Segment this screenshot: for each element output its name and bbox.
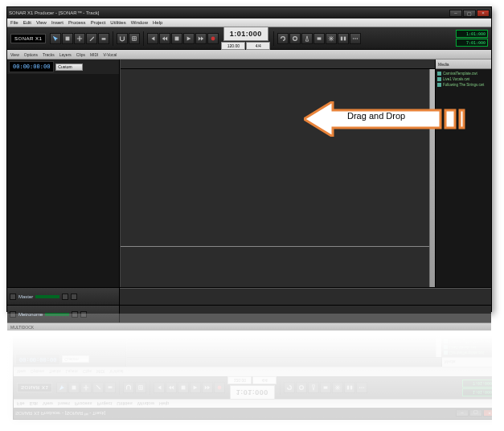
menu-edit[interactable]: Edit (30, 401, 38, 406)
expand-icon[interactable] (10, 293, 16, 300)
subtab-midi[interactable]: MIDI (96, 370, 105, 375)
mixdown-button[interactable] (313, 33, 325, 44)
clips-pane[interactable] (126, 314, 441, 367)
subtab-options[interactable]: Options (31, 370, 44, 375)
media-item[interactable]: Following The Strings.cwt (437, 83, 490, 87)
snap-button[interactable] (123, 383, 134, 394)
clips-pane[interactable] (120, 60, 435, 287)
play-button[interactable] (190, 383, 201, 394)
views-button[interactable] (344, 383, 355, 394)
menu-window[interactable]: Window (131, 20, 148, 25)
media-item[interactable]: Live1 Vocals.cwt (444, 345, 492, 349)
bus-header-master[interactable]: Master (7, 288, 120, 305)
select-tool-button[interactable] (68, 383, 80, 394)
move-tool-button[interactable] (74, 33, 85, 44)
menu-view[interactable]: View (43, 401, 53, 406)
loop-button[interactable] (284, 383, 295, 394)
metronome-button[interactable] (308, 383, 319, 394)
solo-button[interactable] (71, 293, 77, 300)
subtab-clips[interactable]: Clips (83, 370, 92, 375)
media-header[interactable]: Media (442, 357, 492, 367)
media-item[interactable]: CarnivalTemplate.cwt (444, 351, 492, 355)
subtab-layers[interactable]: Layers (66, 370, 78, 375)
bus-lane[interactable] (120, 288, 491, 305)
timecode-display[interactable]: 1:01:000 (230, 385, 275, 400)
draw-tool-button[interactable] (92, 383, 104, 394)
subtab-clips[interactable]: Clips (76, 52, 85, 57)
timeline-ruler[interactable] (121, 60, 435, 69)
rewind-button[interactable] (159, 33, 170, 44)
menu-view[interactable]: View (36, 20, 47, 25)
track-counter[interactable]: 00:00:00:00 (9, 61, 54, 72)
subtab-vvocal[interactable]: V-Vocal (104, 52, 117, 57)
meter-display[interactable]: 4/4 (252, 376, 277, 384)
menu-help[interactable]: Help (159, 401, 169, 406)
close-button[interactable]: × (483, 410, 492, 417)
smart-tool-button[interactable] (50, 33, 61, 44)
menu-window[interactable]: Window (137, 401, 154, 406)
track-list-empty[interactable] (14, 314, 125, 352)
rtz-button[interactable] (154, 383, 165, 394)
loop-button[interactable] (277, 33, 289, 44)
vertical-scrollbar[interactable] (436, 314, 441, 357)
snap-button[interactable] (117, 33, 128, 44)
record-button[interactable] (214, 383, 225, 394)
mute-button[interactable] (62, 293, 68, 300)
draw-tool-button[interactable] (86, 33, 97, 44)
grid-button[interactable] (135, 383, 146, 394)
media-item[interactable]: Following The Strings.cwt (444, 339, 492, 343)
stop-button[interactable] (171, 33, 182, 44)
subtab-layers[interactable]: Layers (59, 52, 72, 57)
play-button[interactable] (183, 33, 195, 44)
meter-display[interactable]: 4/4 (246, 42, 270, 50)
menu-utilities[interactable]: Utilities (117, 401, 132, 406)
track-counter[interactable]: 00:00:00:00 (15, 354, 60, 365)
punch-button[interactable] (296, 383, 307, 394)
timecode-display[interactable]: 1:01:000 (223, 27, 268, 41)
media-header[interactable]: Media (436, 60, 491, 69)
erase-tool-button[interactable] (98, 33, 109, 44)
menu-project[interactable]: Project (97, 401, 113, 406)
menu-file[interactable]: File (10, 20, 18, 25)
menu-project[interactable]: Project (91, 20, 106, 25)
subtab-view[interactable]: View (10, 52, 19, 57)
minimize-button[interactable]: – (449, 10, 462, 17)
close-button[interactable]: × (477, 10, 490, 17)
punch-button[interactable] (289, 33, 301, 44)
maximize-button[interactable]: ▢ (463, 10, 476, 17)
menu-help[interactable]: Help (153, 20, 162, 25)
rtz-button[interactable] (147, 33, 158, 44)
ffwd-button[interactable] (202, 383, 213, 394)
menu-utilities[interactable]: Utilities (110, 20, 125, 25)
grid-button[interactable] (129, 33, 140, 44)
menu-process[interactable]: Process (68, 20, 86, 25)
subtab-tracks[interactable]: Tracks (49, 370, 61, 375)
mixdown-button[interactable] (320, 383, 331, 394)
views-button[interactable] (338, 33, 349, 44)
metronome-button[interactable] (301, 33, 313, 44)
track-filter-dropdown[interactable]: Custom (62, 356, 89, 363)
freeze-button[interactable] (332, 383, 343, 394)
timeline-ruler[interactable] (127, 357, 441, 367)
minimize-button[interactable]: – (456, 410, 469, 417)
more-button[interactable] (356, 383, 367, 394)
subtab-options[interactable]: Options (24, 52, 38, 57)
subtab-vvocal[interactable]: V-Vocal (110, 370, 124, 375)
more-button[interactable] (350, 33, 361, 44)
menu-insert[interactable]: Insert (51, 20, 64, 25)
track-filter-dropdown[interactable]: Custom (55, 64, 83, 71)
rewind-button[interactable] (166, 383, 177, 394)
record-button[interactable] (207, 33, 219, 44)
menu-file[interactable]: File (17, 401, 25, 406)
track-list-empty[interactable] (7, 74, 119, 287)
vertical-scrollbar[interactable] (429, 69, 435, 287)
ffwd-button[interactable] (195, 33, 207, 44)
select-tool-button[interactable] (62, 33, 73, 44)
subtab-midi[interactable]: MIDI (90, 52, 99, 57)
smart-tool-button[interactable] (56, 383, 68, 394)
menu-edit[interactable]: Edit (23, 20, 31, 25)
maximize-button[interactable]: ▢ (469, 410, 482, 417)
menu-insert[interactable]: Insert (58, 401, 70, 406)
media-item[interactable]: CarnivalTemplate.cwt (437, 72, 490, 76)
menu-process[interactable]: Process (75, 401, 92, 406)
